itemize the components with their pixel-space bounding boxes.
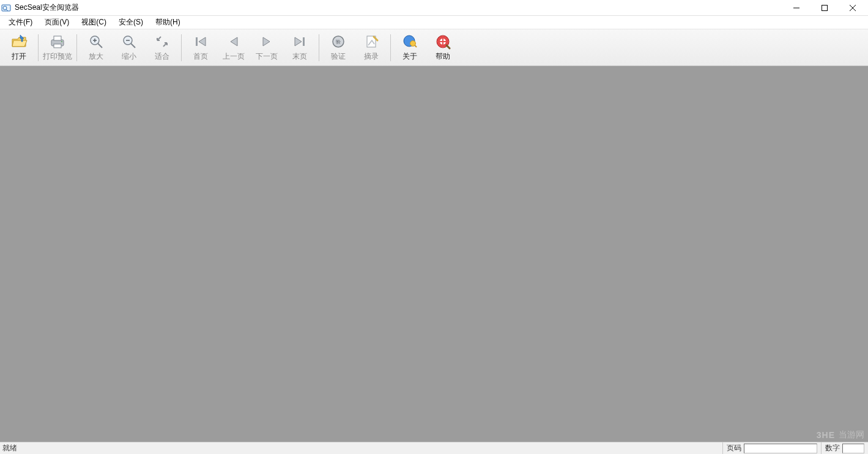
menu-view[interactable]: 视图(C)	[75, 16, 113, 29]
svg-line-16	[131, 43, 135, 48]
status-num-label: 数字	[825, 443, 840, 453]
menu-file[interactable]: 文件(F)	[2, 16, 39, 29]
toolbar-separator	[76, 34, 77, 61]
document-viewport: 3HE 当游网	[0, 66, 868, 442]
about-icon	[401, 33, 418, 50]
open-folder-icon	[10, 33, 28, 50]
window-title: SecSeal安全阅览器	[15, 2, 79, 13]
watermark-text: 当游网	[839, 430, 864, 441]
title-bar: SecSeal安全阅览器	[0, 0, 868, 16]
help-icon	[434, 33, 451, 50]
menu-page[interactable]: 页面(V)	[39, 16, 75, 29]
zoom-out-icon	[121, 33, 138, 50]
printer-icon	[49, 33, 66, 50]
open-label: 打开	[12, 51, 26, 62]
print-preview-label: 打印预览	[43, 51, 72, 62]
svg-rect-9	[54, 44, 61, 48]
print-preview-button[interactable]: 打印预览	[41, 31, 74, 65]
first-page-button[interactable]: 首页	[184, 31, 217, 65]
close-button[interactable]	[839, 0, 867, 16]
fit-icon	[154, 33, 171, 50]
about-button[interactable]: 关于	[393, 31, 426, 65]
status-ready: 就绪	[0, 443, 722, 453]
first-page-label: 首页	[193, 51, 208, 62]
next-page-button[interactable]: 下一页	[250, 31, 283, 65]
menu-help[interactable]: 帮助(H)	[149, 16, 187, 29]
toolbar-separator	[181, 34, 182, 61]
last-page-icon	[291, 33, 308, 50]
status-page-label: 页码	[727, 443, 741, 453]
zoom-out-button[interactable]: 缩小	[113, 31, 146, 65]
svg-text:验: 验	[336, 39, 341, 45]
zoom-in-label: 放大	[89, 51, 103, 62]
svg-line-30	[447, 45, 450, 48]
verify-seal-icon: 验	[330, 33, 347, 50]
svg-line-25	[415, 45, 417, 47]
status-page-panel: 页码	[722, 442, 821, 454]
menu-security[interactable]: 安全(S)	[113, 16, 149, 29]
extract-label: 摘录	[364, 51, 379, 62]
next-page-icon	[258, 33, 275, 50]
app-icon	[1, 3, 11, 13]
toolbar-separator	[38, 34, 39, 61]
num-input[interactable]	[842, 444, 864, 453]
status-num-panel: 数字	[821, 442, 868, 454]
fit-button[interactable]: 适合	[146, 31, 179, 65]
about-label: 关于	[402, 51, 417, 62]
watermark-logo: 3HE	[817, 430, 835, 440]
svg-rect-18	[196, 37, 198, 46]
fit-label: 适合	[155, 51, 169, 62]
svg-rect-19	[303, 37, 305, 46]
window-controls	[782, 0, 867, 16]
last-page-button[interactable]: 末页	[283, 31, 316, 65]
verify-button[interactable]: 验 验证	[322, 31, 355, 65]
toolbar: 打开 打印预览 放大	[0, 29, 868, 66]
svg-rect-29	[437, 41, 449, 42]
status-bar: 就绪 页码 数字	[0, 442, 868, 454]
last-page-label: 末页	[292, 51, 307, 62]
toolbar-separator	[390, 34, 391, 61]
maximize-button[interactable]	[811, 0, 839, 16]
help-label: 帮助	[436, 51, 450, 62]
prev-page-button[interactable]: 上一页	[217, 31, 250, 65]
svg-point-10	[61, 41, 62, 42]
prev-page-label: 上一页	[223, 51, 245, 62]
help-button[interactable]: 帮助	[426, 31, 459, 65]
zoom-in-button[interactable]: 放大	[80, 31, 113, 65]
zoom-in-icon	[87, 33, 105, 50]
first-page-icon	[192, 33, 209, 50]
minimize-button[interactable]	[782, 0, 811, 16]
zoom-out-label: 缩小	[122, 51, 136, 62]
svg-line-12	[98, 43, 102, 48]
svg-rect-4	[822, 5, 828, 10]
menu-bar: 文件(F) 页面(V) 视图(C) 安全(S) 帮助(H)	[0, 16, 868, 29]
extract-icon	[363, 33, 380, 50]
toolbar-separator	[319, 34, 319, 61]
watermark: 3HE 当游网	[817, 430, 864, 441]
page-number-input[interactable]	[744, 444, 817, 453]
prev-page-icon	[225, 33, 242, 50]
extract-button[interactable]: 摘录	[355, 31, 388, 65]
verify-label: 验证	[331, 51, 346, 62]
next-page-label: 下一页	[256, 51, 278, 62]
open-button[interactable]: 打开	[2, 31, 35, 65]
svg-rect-8	[54, 36, 61, 40]
